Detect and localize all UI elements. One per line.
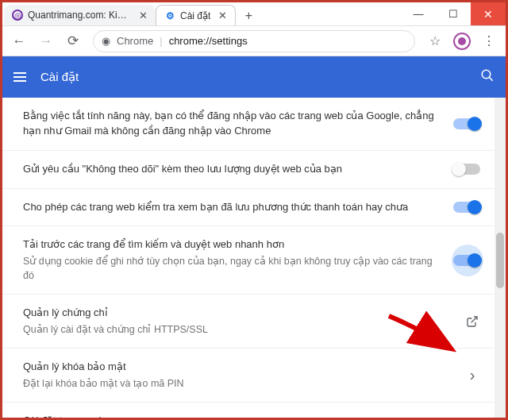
settings-row: Tải trước các trang để tìm kiếm và duyệt…: [2, 226, 495, 295]
row-text: Bằng việc tắt tính năng này, bạn có thể …: [23, 109, 442, 139]
toggle-switch[interactable]: [453, 118, 480, 129]
row-title: Tải trước các trang để tìm kiếm và duyệt…: [23, 237, 442, 252]
row-text: Cho phép các trang web kiểm tra xem bạn …: [23, 200, 442, 215]
browser-menu-button[interactable]: ⋮: [477, 29, 501, 53]
tab-quantrimang[interactable]: ◎ Quantrimang.com: Kiến Thức ✕: [4, 5, 156, 25]
scrollbar-thumb[interactable]: [496, 233, 504, 288]
row-title: Quản lý khóa bảo mật: [23, 360, 453, 375]
toggle-switch[interactable]: [453, 255, 480, 266]
toggle-switch[interactable]: [453, 164, 480, 175]
close-button[interactable]: ✕: [471, 2, 506, 25]
favicon-settings-gear-icon: ⚙: [164, 10, 175, 21]
row-subtitle: Quản lý cài đặt và chứng chỉ HTTPS/SSL: [23, 322, 453, 337]
back-button[interactable]: ←: [7, 29, 31, 53]
settings-row: Bằng việc tắt tính năng này, bạn có thể …: [2, 98, 495, 151]
settings-row: Gửi yêu cầu "Không theo dõi" kèm theo lư…: [2, 151, 495, 189]
address-toolbar: ← → ⟳ ◉ Chrome | chrome://settings ☆ ⋮: [2, 26, 506, 56]
scrollbar-track[interactable]: [495, 98, 506, 418]
svg-line-1: [489, 77, 493, 81]
row-title: Cho phép các trang web kiểm tra xem bạn …: [23, 200, 442, 215]
row-title: Bằng việc tắt tính năng này, bạn có thể …: [23, 109, 442, 139]
forward-button[interactable]: →: [34, 29, 58, 53]
maximize-button[interactable]: ☐: [436, 2, 471, 25]
hamburger-menu-icon[interactable]: [13, 72, 26, 82]
tab-settings[interactable]: ⚙ Cài đặt ✕: [156, 5, 236, 25]
tab-close-icon[interactable]: ✕: [218, 10, 227, 21]
settings-title: Cài đặt: [40, 70, 466, 84]
tab-close-icon[interactable]: ✕: [139, 10, 148, 21]
row-text: Cài đặt trang web: [23, 414, 480, 418]
avatar-icon: [453, 33, 471, 50]
omnibox-url: chrome://settings: [169, 35, 248, 47]
settings-row: Cho phép các trang web kiểm tra xem bạn …: [2, 189, 495, 227]
omnibox[interactable]: ◉ Chrome | chrome://settings: [93, 30, 415, 52]
svg-line-2: [471, 317, 477, 322]
row-title: Quản lý chứng chỉ: [23, 306, 453, 321]
window-controls: — ☐ ✕: [401, 2, 506, 25]
tab-title: Quantrimang.com: Kiến Thức: [28, 10, 131, 21]
new-tab-button[interactable]: +: [239, 6, 258, 25]
row-text: Quản lý khóa bảo mậtĐặt lại khóa bảo mật…: [23, 360, 453, 391]
settings-appbar: Cài đặt: [2, 56, 506, 98]
settings-row: Cài đặt trang web: [2, 403, 495, 418]
chrome-icon: ◉: [102, 35, 110, 47]
settings-row[interactable]: Quản lý chứng chỉQuản lý cài đặt và chứn…: [2, 295, 495, 349]
bookmark-star-icon[interactable]: ☆: [423, 29, 447, 53]
toggle-switch[interactable]: [453, 202, 480, 213]
external-link-icon[interactable]: [464, 314, 480, 329]
tab-strip: ◎ Quantrimang.com: Kiến Thức ✕ ⚙ Cài đặt…: [2, 2, 401, 25]
row-text: Quản lý chứng chỉQuản lý cài đặt và chứn…: [23, 306, 453, 337]
search-icon[interactable]: [480, 68, 495, 87]
row-title: Gửi yêu cầu "Không theo dõi" kèm theo lư…: [23, 162, 442, 177]
settings-row[interactable]: Quản lý khóa bảo mậtĐặt lại khóa bảo mật…: [2, 349, 495, 403]
favicon-quantrimang: ◎: [12, 10, 23, 21]
reload-button[interactable]: ⟳: [61, 29, 85, 53]
row-text: Gửi yêu cầu "Không theo dõi" kèm theo lư…: [23, 162, 442, 177]
chevron-right-icon[interactable]: ›: [464, 368, 480, 383]
row-text: Tải trước các trang để tìm kiếm và duyệt…: [23, 237, 442, 283]
row-subtitle: Đặt lại khóa bảo mật và tạo mã PIN: [23, 376, 453, 391]
minimize-button[interactable]: —: [401, 2, 436, 25]
row-title: Cài đặt trang web: [23, 414, 480, 418]
svg-point-0: [482, 70, 491, 79]
omnibox-scheme: Chrome: [117, 35, 153, 47]
titlebar: ◎ Quantrimang.com: Kiến Thức ✕ ⚙ Cài đặt…: [2, 2, 506, 26]
profile-avatar[interactable]: [450, 29, 474, 53]
tab-title: Cài đặt: [180, 10, 210, 21]
row-subtitle: Sử dụng cookie để ghi nhớ tùy chọn của b…: [23, 254, 442, 283]
settings-content: Bằng việc tắt tính năng này, bạn có thể …: [2, 98, 506, 418]
